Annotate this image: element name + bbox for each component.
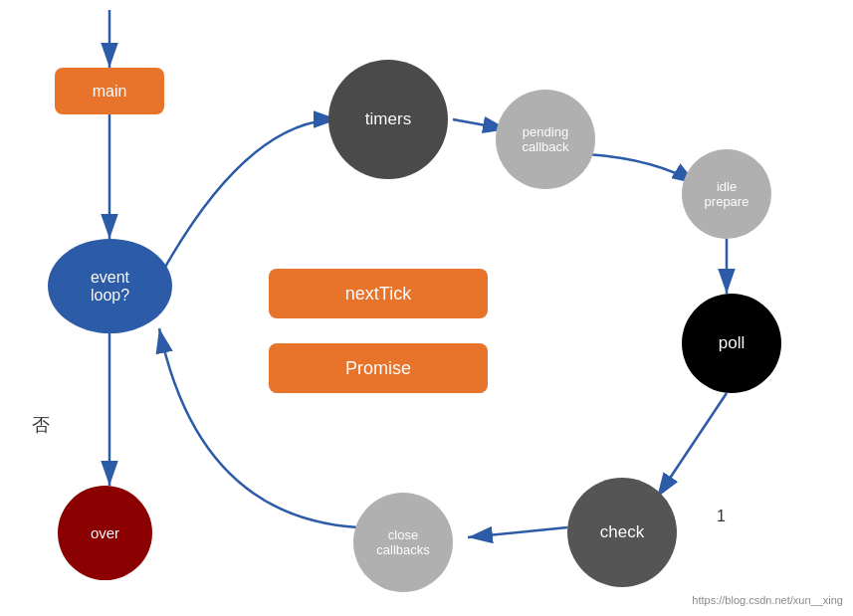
check-node: check — [567, 478, 677, 587]
event-loop-node: event loop? — [48, 239, 172, 333]
main-node: main — [55, 68, 164, 114]
diagram-container: main event loop? over timers pending cal… — [0, 0, 853, 616]
svg-line-5 — [657, 393, 727, 498]
idle-prepare-node: idle prepare — [682, 149, 771, 239]
nexttick-node: nextTick — [269, 269, 488, 318]
no-label: 否 — [32, 413, 50, 437]
svg-line-6 — [468, 527, 567, 537]
pending-callback-node: pending callback — [496, 90, 595, 189]
number1-label: 1 — [717, 508, 726, 525]
promise-node: Promise — [269, 343, 488, 393]
watermark: https://blog.csdn.net/xun__xing — [692, 594, 843, 606]
over-node: over — [58, 486, 152, 580]
poll-node: poll — [682, 294, 781, 393]
close-callbacks-node: close callbacks — [353, 493, 453, 592]
timers-node: timers — [328, 60, 448, 179]
